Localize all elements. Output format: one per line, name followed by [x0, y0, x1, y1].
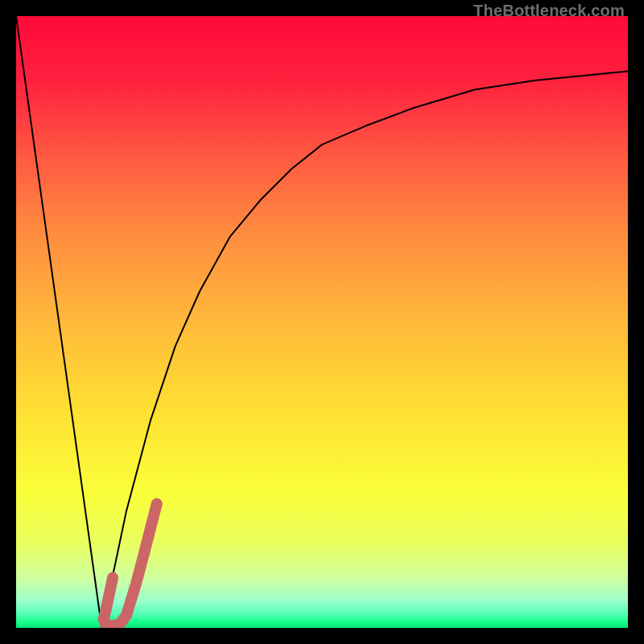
left-drop-line [16, 16, 101, 628]
chart-frame: TheBottleneck.com [0, 0, 644, 644]
curve-layer [16, 16, 628, 628]
plot-area [16, 16, 628, 628]
j-marker-line [104, 504, 157, 626]
right-curve-line [101, 71, 628, 628]
